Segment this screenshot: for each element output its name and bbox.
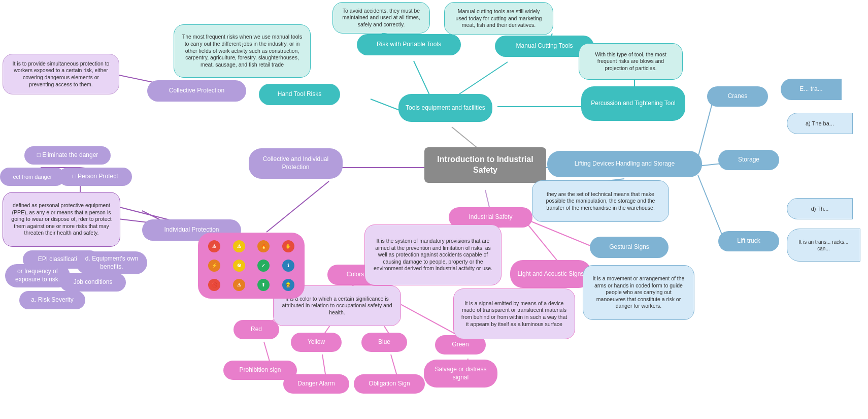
collective-protection-label: Collective Protection	[169, 87, 224, 95]
collective-individual-node: Collective and Individual Protection	[249, 148, 343, 179]
lift-truck-node: Lift truck	[718, 231, 779, 251]
protect-danger-node: ect from danger	[0, 168, 65, 186]
light-acoustic-label: Light and Acoustic Signs	[518, 270, 584, 278]
eliminate-danger-node: □ Eliminate the danger	[24, 146, 111, 165]
lift-truck-label: Lift truck	[737, 237, 760, 245]
red-label: Red	[251, 326, 262, 334]
mindmap-canvas: Introduction to Industrial Safety Indust…	[0, 0, 868, 419]
tb-gestural-text: It is a movement or arrangement of the a…	[590, 275, 687, 310]
exposure-risk-label: or frequency of exposure to risk.	[12, 268, 63, 283]
protect-danger-label: ect from danger	[13, 173, 52, 180]
svg-line-5	[414, 61, 431, 99]
partial-text-a: a) The ba...	[787, 113, 853, 134]
tb-colors-text: It is a color to which a certain signifi…	[281, 296, 393, 316]
equipment-benefits-label: d. Equipment's own benefits.	[83, 255, 140, 271]
tools-equipment-label: Tools equipment and facilities	[406, 104, 485, 112]
exposure-risk-node: or frequency of exposure to risk.	[5, 264, 70, 287]
hand-tool-risks-node: Hand Tool Risks	[259, 84, 340, 105]
lifting-devices-node: Lifting Devices Handling and Storage	[547, 151, 702, 177]
risk-portable-label: Risk with Portable Tools	[377, 41, 441, 49]
svg-line-1	[485, 190, 489, 207]
tb-percussion: With this type of tool, the most frequen…	[579, 43, 683, 80]
danger-alarm-node: Danger Alarm	[283, 374, 349, 394]
partial-text-lift: It is an trans... racks... can...	[787, 229, 860, 262]
cranes-label: Cranes	[728, 92, 748, 101]
equipment-benefits-node: d. Equipment's own benefits.	[76, 251, 147, 274]
storage-label: Storage	[738, 156, 759, 164]
connector-lines	[0, 0, 868, 419]
salvage-node: Salvage or distress signal	[424, 360, 497, 388]
tb-ppe-text: defined as personal protective equipment…	[10, 202, 113, 237]
person-protect-label: □ Person Protect	[73, 173, 118, 181]
signs-image: ⚠ ⚠ 🔥 ✋ ⚡ ☢ ✓ ℹ 🚫 ⚠ ⬆ 👷	[198, 233, 305, 299]
gestural-signs-node: Gestural Signs	[590, 237, 669, 258]
eliminate-danger-label: □ Eliminate the danger	[37, 151, 98, 159]
job-conditions-label: Job conditions	[74, 278, 113, 286]
blue-node: Blue	[361, 333, 407, 352]
tb-percussion-text: With this type of tool, the most frequen…	[586, 51, 675, 72]
tb-light-acoustic-text: It is a signal emitted by means of a dev…	[461, 300, 567, 328]
lifting-devices-label: Lifting Devices Handling and Storage	[575, 160, 675, 168]
svg-line-13	[266, 181, 329, 232]
tb-ppe: defined as personal protective equipment…	[3, 192, 120, 247]
obligation-node: Obligation Sign	[354, 374, 425, 394]
tb-risk-portable: To avoid accidents, they must be maintai…	[332, 2, 430, 34]
risk-portable-node: Risk with Portable Tools	[357, 34, 461, 55]
tb-manual-cutting: Manual cutting tools are still widely us…	[444, 2, 553, 35]
partial-node-top: E... tra...	[781, 79, 842, 100]
prohibition-label: Prohibition sign	[239, 366, 281, 374]
center-label: Introduction to Industrial Safety	[431, 154, 539, 176]
tb-collective-text: It is to provide simultaneous protection…	[10, 60, 112, 88]
light-acoustic-node: Light and Acoustic Signs	[510, 260, 591, 288]
percussion-label: Percussion and Tightening Tool	[591, 100, 676, 108]
danger-alarm-label: Danger Alarm	[297, 380, 335, 388]
partial-text-d-label: d) Th...	[811, 205, 829, 212]
risk-severity-label: a. Risk Severity	[31, 296, 73, 304]
hand-tool-risks-label: Hand Tool Risks	[278, 90, 321, 99]
tb-hand-tool-text: The most frequent risks when we use manu…	[181, 34, 303, 68]
partial-text-d: d) Th...	[787, 198, 853, 219]
partial-text-a-label: a) The ba...	[806, 120, 834, 127]
tb-lifting-text: they are the set of technical means that…	[540, 191, 661, 212]
obligation-label: Obligation Sign	[369, 380, 410, 388]
manual-cutting-label: Manual Cutting Tools	[516, 42, 573, 50]
svg-line-15	[698, 100, 713, 157]
colors-label: Colors	[347, 271, 364, 279]
cranes-node: Cranes	[707, 86, 768, 107]
tb-manual-cutting-text: Manual cutting tools are still widely us…	[452, 8, 546, 29]
salvage-label: Salvage or distress signal	[431, 366, 490, 381]
blue-label: Blue	[378, 338, 390, 346]
partial-text-lift-label: It is an trans... racks... can...	[794, 239, 853, 252]
collective-individual-label: Collective and Individual Protection	[256, 155, 336, 171]
tb-industrial: It is the system of mandatory provisions…	[364, 224, 502, 285]
tb-risk-portable-text: To avoid accidents, they must be maintai…	[340, 8, 422, 28]
storage-node: Storage	[718, 150, 779, 170]
green-label: Green	[452, 341, 469, 349]
risk-severity-node: a. Risk Severity	[19, 291, 85, 309]
collective-protection-node: Collective Protection	[147, 80, 246, 102]
gestural-signs-label: Gestural Signs	[609, 243, 649, 251]
red-node: Red	[233, 320, 279, 339]
tb-light-acoustic: It is a signal emitted by means of a dev…	[453, 288, 575, 339]
tools-equipment-node: Tools equipment and facilities	[398, 94, 492, 122]
tb-hand-tool: The most frequent risks when we use manu…	[174, 24, 311, 78]
tb-gestural: It is a movement or arrangement of the a…	[583, 265, 694, 320]
tb-lifting: they are the set of technical means that…	[532, 180, 669, 222]
center-node: Introduction to Industrial Safety	[424, 147, 546, 183]
person-protect-node: □ Person Protect	[58, 168, 132, 186]
yellow-node: Yellow	[291, 333, 342, 352]
percussion-node: Percussion and Tightening Tool	[581, 86, 685, 121]
industrial-safety-label: Industrial Safety	[469, 213, 512, 221]
tb-collective: It is to provide simultaneous protection…	[3, 54, 119, 94]
yellow-label: Yellow	[308, 338, 325, 346]
partial-node-top-label: E... tra...	[799, 85, 822, 93]
tb-industrial-text: It is the system of mandatory provisions…	[372, 238, 494, 272]
